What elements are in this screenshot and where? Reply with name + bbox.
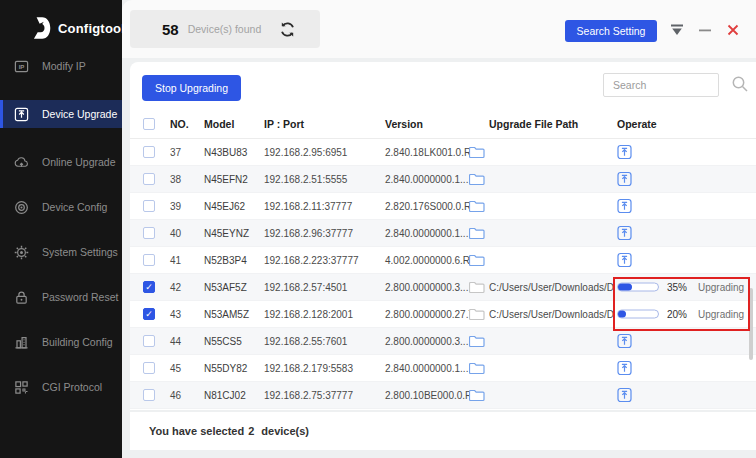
sidebar-item-device-upgrade[interactable]: Device Upgrade [0, 100, 122, 128]
device-row: ✓43N53AM5Z192.168.2.128:20012.800.000000… [130, 301, 756, 328]
row-checkbox[interactable] [143, 173, 155, 185]
sidebar-item-building-config[interactable]: Building Config [0, 328, 122, 356]
row-model: N45EFN2 [204, 174, 248, 185]
col-ip-port: IP : Port [264, 118, 304, 130]
refresh-icon[interactable] [279, 21, 296, 38]
browse-folder-icon[interactable] [469, 173, 485, 186]
row-operate [617, 172, 632, 187]
sidebar-item-label: Building Config [42, 336, 113, 348]
row-version: 2.800.0000000.3... [385, 336, 468, 347]
row-model: N45EJ62 [204, 201, 245, 212]
row-ip-port: 192.168.2.96:37777 [264, 228, 353, 239]
row-checkbox[interactable] [143, 227, 155, 239]
selection-count: 2 [248, 425, 254, 437]
row-version: 2.820.176S000.0.R [385, 201, 471, 212]
row-ip-port: 192.168.2.223:37777 [264, 255, 359, 266]
search-setting-button[interactable]: Search Setting [565, 20, 657, 42]
row-operate [617, 361, 632, 376]
row-checkbox[interactable] [143, 200, 155, 212]
device-row: 40N45EYNZ192.168.2.96:377772.840.0000000… [130, 220, 756, 247]
browse-folder-icon[interactable] [469, 335, 485, 348]
row-ip-port: 192.168.2.95:6951 [264, 147, 347, 158]
row-ip-port: 192.168.2.11:37777 [264, 201, 352, 212]
stop-upgrading-button[interactable]: Stop Upgrading [142, 75, 241, 101]
sidebar-item-password-reset[interactable]: Password Reset [0, 283, 122, 311]
col-no: NO. [170, 118, 189, 130]
selection-footer: You have selected 2 device(s) [130, 412, 756, 450]
row-version: 4.002.0000000.6.R [385, 255, 470, 266]
password-reset-icon [14, 290, 29, 305]
upgrade-device-icon[interactable] [617, 334, 632, 349]
sidebar-item-device-config[interactable]: Device Config [0, 193, 122, 221]
row-model: N55DY82 [204, 363, 247, 374]
row-checkbox[interactable] [143, 254, 155, 266]
table-header: NO. Model IP : Port Version Upgrade File… [130, 110, 756, 139]
device-count-chip: 58 Device(s) found [130, 10, 320, 48]
select-all-checkbox[interactable] [143, 118, 155, 130]
upgrade-device-icon[interactable] [617, 253, 632, 268]
row-checkbox[interactable] [143, 146, 155, 158]
upgrade-device-icon[interactable] [617, 145, 632, 160]
progress-percent: 20% [667, 309, 687, 320]
row-model: N81CJ02 [204, 390, 246, 401]
row-checkbox[interactable] [143, 335, 155, 347]
row-checkbox[interactable]: ✓ [143, 281, 155, 293]
row-operate [617, 226, 632, 241]
row-checkbox[interactable] [143, 362, 155, 374]
row-checkbox[interactable] [143, 389, 155, 401]
row-no: 45 [170, 363, 181, 374]
search-icon[interactable] [731, 75, 749, 93]
row-no: 42 [170, 282, 181, 293]
scrollbar-thumb[interactable] [749, 288, 753, 360]
sidebar-item-label: CGI Protocol [42, 381, 102, 393]
row-version: 2.840.0000000.1... [385, 363, 468, 374]
row-version: 2.800.0000000.27.T [385, 309, 475, 320]
building-config-icon [14, 335, 29, 350]
row-model: N43BU83 [204, 147, 247, 158]
row-operate [617, 388, 632, 403]
sidebar-item-modify-ip[interactable]: IPModify IP [0, 52, 122, 80]
device-count: 58 [162, 21, 179, 38]
sidebar-item-label: Device Upgrade [42, 108, 117, 120]
row-model: N53AM5Z [204, 309, 249, 320]
browse-folder-icon[interactable] [469, 254, 485, 267]
dahua-logo-icon [33, 16, 51, 40]
collapse-panel-icon[interactable] [670, 24, 684, 36]
browse-folder-icon[interactable] [469, 389, 485, 402]
minimize-button[interactable] [698, 24, 712, 36]
device-row: 41N52B3P4192.168.2.223:377774.002.000000… [130, 247, 756, 274]
browse-folder-icon[interactable] [469, 308, 485, 321]
device-upgrade-icon [14, 107, 29, 122]
browse-folder-icon[interactable] [469, 281, 485, 294]
upgrade-device-icon[interactable] [617, 388, 632, 403]
device-config-icon [14, 200, 29, 215]
row-no: 39 [170, 201, 181, 212]
browse-folder-icon[interactable] [469, 362, 485, 375]
upgrade-device-icon[interactable] [617, 361, 632, 376]
device-count-label: Device(s) found [188, 23, 262, 35]
row-file-path: C:/Users/User/Downloads/DH... [489, 282, 613, 293]
browse-folder-icon[interactable] [469, 227, 485, 240]
modify-ip-icon: IP [14, 59, 29, 74]
app-title: Configtool [58, 21, 125, 36]
row-model: N55CS5 [204, 336, 242, 347]
device-row: 46N81CJ02192.168.2.75:377772.800.10BE000… [130, 382, 756, 409]
close-button[interactable] [726, 24, 740, 36]
sidebar-item-online-upgrade[interactable]: Online Upgrade [0, 148, 122, 176]
browse-folder-icon[interactable] [469, 146, 485, 159]
row-ip-port: 192.168.2.51:5555 [264, 174, 347, 185]
device-row: 45N55DY82192.168.2.179:55832.840.0000000… [130, 355, 756, 382]
row-ip-port: 192.168.2.75:37777 [264, 390, 353, 401]
sidebar-item-system-settings[interactable]: System Settings [0, 238, 122, 266]
upgrade-device-icon[interactable] [617, 226, 632, 241]
sidebar-item-cgi-protocol[interactable]: CGI Protocol [0, 373, 122, 401]
progress-status: Upgrading [698, 309, 744, 320]
upgrade-device-icon[interactable] [617, 199, 632, 214]
search-input[interactable] [603, 73, 719, 97]
col-upgrade-file-path: Upgrade File Path [489, 118, 578, 130]
upgrade-device-icon[interactable] [617, 172, 632, 187]
row-ip-port: 192.168.2.128:2001 [264, 309, 353, 320]
device-table-card: Stop Upgrading NO. Model IP : Port Versi… [130, 62, 756, 410]
row-checkbox[interactable]: ✓ [143, 308, 155, 320]
browse-folder-icon[interactable] [469, 200, 485, 213]
